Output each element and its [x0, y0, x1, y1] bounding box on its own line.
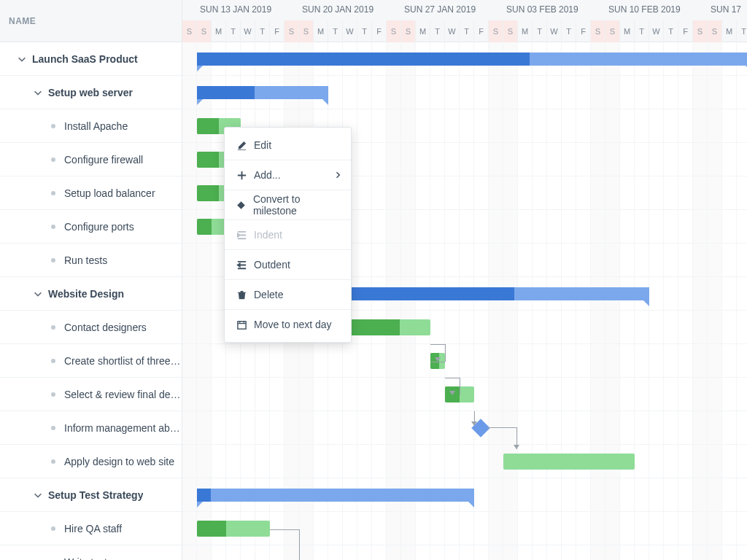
day-header-cell: W — [649, 20, 664, 42]
menu-item-outdent[interactable]: Outdent — [225, 250, 351, 279]
day-header-cell: M — [416, 20, 430, 42]
task-row[interactable]: Select & review final design — [0, 378, 182, 411]
task-name-label: Run tests — [64, 254, 107, 266]
chevron-down-icon[interactable] — [31, 287, 45, 301]
task-name-label: Inform management about decision — [64, 422, 182, 434]
progress-fill — [328, 287, 514, 300]
progress-fill — [197, 86, 255, 99]
task-bar[interactable] — [445, 386, 474, 402]
menu-item-label: Edit — [254, 139, 271, 151]
context-menu[interactable]: EditAdd...Convert to milestoneIndentOutd… — [224, 127, 352, 343]
timeline-header: SUN 13 JAN 2019SUN 20 JAN 2019SUN 27 JAN… — [182, 0, 747, 42]
day-header-cell: F — [270, 20, 285, 42]
task-name-label: Website Design — [48, 288, 124, 300]
menu-item-label: Outdent — [254, 259, 290, 271]
task-name-label: Launch SaaS Product — [32, 53, 138, 65]
task-name-label: Setup web server — [48, 87, 133, 98]
summary-bar[interactable] — [197, 86, 328, 99]
summary-bar[interactable] — [197, 489, 474, 502]
task-group-row[interactable]: Website Design — [0, 277, 182, 311]
chevron-down-icon[interactable] — [31, 488, 45, 502]
task-name-label: Apply design to web site — [64, 456, 174, 467]
day-header-cell: T — [635, 20, 649, 42]
task-bar[interactable] — [197, 219, 226, 235]
menu-item-label: Delete — [254, 289, 283, 300]
day-header-cell: W — [445, 20, 460, 42]
task-bar[interactable] — [503, 454, 635, 470]
menu-item-move-to-next-day[interactable]: Move to next day — [225, 310, 351, 339]
chevron-down-icon[interactable] — [31, 85, 45, 100]
summary-bar[interactable] — [197, 52, 747, 66]
task-row[interactable]: Inform management about decision — [0, 411, 182, 445]
name-column-header[interactable]: NAME — [0, 0, 182, 42]
edit-icon — [233, 140, 249, 151]
task-row[interactable]: Configure firewall — [0, 143, 182, 176]
day-header-cell: W — [547, 20, 562, 42]
task-name-label: Hire QA staff — [64, 523, 122, 534]
task-bar[interactable] — [430, 353, 445, 369]
menu-item-label: Move to next day — [254, 319, 332, 330]
plus-icon — [233, 170, 249, 181]
chevron-down-icon[interactable] — [15, 52, 29, 66]
task-group-row[interactable]: Setup Test Strategy — [0, 478, 182, 512]
task-name-label: Select & review final design — [64, 389, 182, 400]
day-header-cell: S — [401, 20, 416, 42]
bullet-icon — [51, 325, 55, 330]
bullet-icon — [51, 392, 55, 397]
day-header-cell: S — [182, 20, 197, 42]
task-row[interactable]: Create shortlist of three designers — [0, 344, 182, 378]
day-header-cell: S — [197, 20, 212, 42]
menu-item-edit[interactable]: Edit — [225, 131, 351, 160]
day-header-cell: T — [430, 20, 445, 42]
day-header-cell: F — [372, 20, 387, 42]
menu-item-label: Indent — [254, 229, 282, 241]
task-row[interactable]: Setup load balancer — [0, 176, 182, 210]
task-row[interactable]: Contact designers — [0, 311, 182, 344]
task-row[interactable]: Run tests — [0, 244, 182, 277]
task-group-row[interactable]: Launch SaaS Product — [0, 42, 182, 76]
task-row[interactable]: Hire QA staff — [0, 512, 182, 545]
menu-item-convert-to-milestone[interactable]: Convert to milestone — [225, 190, 351, 219]
menu-item-delete[interactable]: Delete — [225, 280, 351, 309]
task-row[interactable]: Apply design to web site — [0, 445, 182, 478]
task-name-label: Configure ports — [64, 221, 134, 233]
week-label: SUN 20 JAN 2019 — [302, 4, 374, 15]
day-header-cell: S — [387, 20, 401, 42]
menu-item-label: Add... — [254, 169, 281, 181]
menu-item-indent: Indent — [225, 220, 351, 249]
day-header-cell: S — [605, 20, 620, 42]
task-name-label: Create shortlist of three designers — [64, 355, 182, 367]
day-header-cell: M — [314, 20, 328, 42]
task-row[interactable]: Install Apache — [0, 109, 182, 143]
task-name-label: Setup Test Strategy — [48, 489, 143, 501]
task-group-row[interactable]: Setup web server — [0, 76, 182, 109]
summary-bar[interactable] — [328, 287, 649, 300]
task-row[interactable]: Write test cases — [0, 545, 182, 560]
gantt-app: NAME Launch SaaS ProductSetup web server… — [0, 0, 747, 560]
day-header-cell: T — [226, 20, 241, 42]
week-label: SUN 13 JAN 2019 — [200, 4, 271, 15]
day-header-cell: T — [255, 20, 270, 42]
day-header-cell: M — [620, 20, 635, 42]
day-header-cell: M — [722, 20, 737, 42]
chevron-right-icon — [333, 171, 342, 179]
day-header-cell: S — [591, 20, 605, 42]
day-header-cell: S — [693, 20, 708, 42]
day-header-cell: M — [212, 20, 226, 42]
task-name-label: Write test cases — [64, 556, 136, 561]
task-row[interactable]: Configure ports — [0, 210, 182, 244]
week-label: SUN 27 JAN 2019 — [404, 4, 476, 15]
day-header-cell: F — [474, 20, 489, 42]
day-header-cell: W — [343, 20, 357, 42]
day-header-cell: T — [328, 20, 343, 42]
progress-fill — [197, 185, 219, 201]
day-header-cell: M — [518, 20, 533, 42]
name-column-label: NAME — [9, 16, 36, 26]
day-header-cell: T — [357, 20, 372, 42]
indent-icon — [233, 230, 249, 241]
milestone-marker[interactable] — [471, 419, 489, 437]
task-bar[interactable] — [197, 521, 270, 537]
menu-item-add[interactable]: Add... — [225, 160, 351, 190]
progress-fill — [197, 118, 219, 134]
timeline-panel[interactable]: SUN 13 JAN 2019SUN 20 JAN 2019SUN 27 JAN… — [182, 0, 747, 560]
